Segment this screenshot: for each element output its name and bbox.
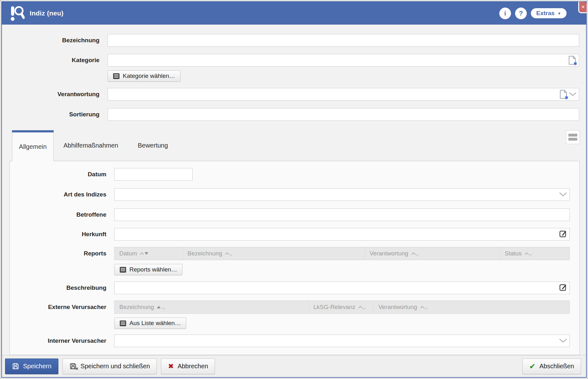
indiz-magnifier-logo-icon xyxy=(9,5,25,21)
externe-verursacher-field: Bezeichnung LkSG-Relevanz xyxy=(114,300,570,329)
bezeichnung-label: Bezeichnung xyxy=(2,34,99,47)
sort-desc-active-icon xyxy=(145,252,148,255)
betroffene-row: Betroffene xyxy=(10,208,570,221)
save-floppy-icon xyxy=(12,363,19,370)
check-icon: ✔ xyxy=(529,363,536,370)
reports-col-datum[interactable]: Datum xyxy=(115,247,182,260)
reports-col-bezeichnung-label: Bezeichnung xyxy=(187,250,222,257)
aus-liste-waehlen-label: Aus Liste wählen… xyxy=(129,320,181,327)
externe-col-lksg-label: LkSG-Relevanz xyxy=(313,304,355,311)
sort-desc-icon xyxy=(528,252,532,256)
form-top-section: Bezeichnung Kategorie xyxy=(2,25,586,121)
sort-indicator xyxy=(420,306,428,309)
sortierung-row: Sortierung xyxy=(2,108,579,121)
herkunft-label: Herkunft xyxy=(10,228,106,241)
extras-label: Extras xyxy=(536,10,555,17)
tab-allgemein[interactable]: Allgemein xyxy=(12,130,54,161)
main-content: Bezeichnung Kategorie xyxy=(2,25,586,355)
kategorie-input[interactable] xyxy=(108,54,579,67)
sortierung-input[interactable] xyxy=(108,108,579,121)
externe-col-verantwortung[interactable]: Verantwortung xyxy=(373,301,569,313)
cancel-x-icon: ✖ xyxy=(168,363,174,370)
interner-verursacher-label: Interner Verursacher xyxy=(10,335,106,347)
list-picker-icon xyxy=(120,320,126,326)
sort-indicator xyxy=(157,306,165,309)
tab-bewertung[interactable]: Bewertung xyxy=(128,130,178,161)
verantwortung-input[interactable] xyxy=(108,88,579,101)
verantwortung-field: ✱ xyxy=(108,88,579,101)
question-icon: ? xyxy=(519,9,523,17)
close-button[interactable]: ✕ xyxy=(578,2,587,13)
toggle-bar-icon xyxy=(568,138,577,141)
betroffene-label: Betroffene xyxy=(10,208,106,221)
externe-verursacher-row: Externe Verursacher Bezeichnung xyxy=(10,300,570,329)
herkunft-row: Herkunft xyxy=(10,228,570,241)
finish-button[interactable]: ✔ Abschließen xyxy=(522,359,581,374)
reports-label: Reports xyxy=(10,247,106,260)
reports-col-verantwortung[interactable]: Verantwortung xyxy=(365,247,500,260)
info-icon: i xyxy=(504,9,506,17)
app-window: ✕ Indiz (neu) i ? xyxy=(0,0,588,379)
tab-abhilfemassnahmen-label: Abhilfemaßnahmen xyxy=(63,142,118,149)
sortierung-field xyxy=(108,108,579,121)
save-close-floppy-icon: ✕ xyxy=(69,363,77,370)
art-des-indizes-row: Art des Indizes xyxy=(10,188,570,201)
herkunft-input[interactable] xyxy=(114,228,570,241)
aus-liste-waehlen-button[interactable]: Aus Liste wählen… xyxy=(114,318,186,329)
save-button[interactable]: Speichern xyxy=(5,359,58,374)
art-des-indizes-label: Art des Indizes xyxy=(10,188,106,201)
interner-verursacher-select[interactable] xyxy=(114,335,570,347)
sort-indicator xyxy=(525,252,532,255)
sort-desc-icon xyxy=(415,252,419,256)
sort-asc-icon xyxy=(411,252,415,256)
kategorie-row: Kategorie ✱ xyxy=(2,54,579,82)
reports-col-status[interactable]: Status xyxy=(500,247,569,260)
reports-col-verantwortung-label: Verantwortung xyxy=(370,250,408,257)
help-button[interactable]: ? xyxy=(515,8,527,19)
sort-indicator xyxy=(411,252,419,255)
externe-col-verantwortung-label: Verantwortung xyxy=(378,304,417,311)
reports-waehlen-button[interactable]: Reports wählen… xyxy=(114,264,182,275)
tabbar: Allgemein Abhilfemaßnahmen Bewertung xyxy=(9,130,580,161)
collapse-sections-button[interactable] xyxy=(566,130,580,144)
sort-asc-active-icon xyxy=(157,306,161,308)
bezeichnung-input[interactable] xyxy=(108,34,579,47)
interner-verursacher-field xyxy=(114,335,570,347)
datum-label: Datum xyxy=(10,168,106,181)
tab-abhilfemassnahmen[interactable]: Abhilfemaßnahmen xyxy=(54,130,128,161)
sortierung-label: Sortierung xyxy=(2,108,99,121)
externe-col-bezeichnung[interactable]: Bezeichnung xyxy=(115,301,308,313)
art-des-indizes-select[interactable] xyxy=(114,188,570,201)
titlebar-actions: i ? Extras ▼ xyxy=(499,8,567,19)
extras-button[interactable]: Extras ▼ xyxy=(531,8,567,18)
externe-verursacher-label: Externe Verursacher xyxy=(10,300,106,314)
beschreibung-input[interactable] xyxy=(114,282,570,294)
datum-input[interactable] xyxy=(114,168,193,181)
datum-row: Datum xyxy=(10,168,570,181)
page-title: Indiz (neu) xyxy=(30,9,63,17)
cancel-button[interactable]: ✖ Abbrechen xyxy=(161,359,215,374)
betroffene-input[interactable] xyxy=(114,208,570,221)
tab-allgemein-label: Allgemein xyxy=(12,132,53,161)
titlebar: Indiz (neu) i ? Extras ▼ xyxy=(2,2,586,25)
externe-col-lksg-relevanz[interactable]: LkSG-Relevanz xyxy=(308,301,373,313)
externe-table-header: Bezeichnung LkSG-Relevanz xyxy=(114,300,570,314)
save-and-close-label: Speichern und schließen xyxy=(80,363,150,370)
sort-desc-icon xyxy=(229,252,233,256)
kategorie-waehlen-label: Kategorie wählen… xyxy=(123,73,175,79)
externe-col-bezeichnung-label: Bezeichnung xyxy=(119,304,154,311)
window-body: Indiz (neu) i ? Extras ▼ xyxy=(1,1,587,378)
reports-col-status-label: Status xyxy=(505,250,522,257)
sort-desc-icon xyxy=(424,306,428,310)
reports-row: Reports Datum xyxy=(10,247,570,275)
sort-indicator xyxy=(140,252,148,255)
reports-waehlen-label: Reports wählen… xyxy=(129,266,177,273)
reports-col-bezeichnung[interactable]: Bezeichnung xyxy=(182,247,365,260)
save-and-close-button[interactable]: ✕ Speichern und schließen xyxy=(62,359,157,374)
cancel-label: Abbrechen xyxy=(178,363,208,370)
sort-asc-icon xyxy=(420,306,424,310)
toggle-bar-icon xyxy=(568,134,577,137)
kategorie-waehlen-button[interactable]: Kategorie wählen… xyxy=(108,70,181,82)
tab-bewertung-label: Bewertung xyxy=(138,142,168,149)
info-button[interactable]: i xyxy=(499,8,511,19)
